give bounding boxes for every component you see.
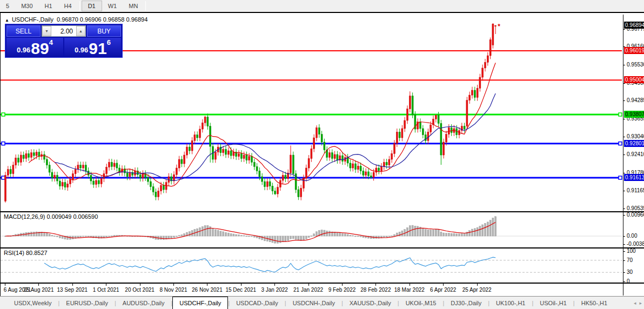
level-line-handle[interactable] bbox=[2, 176, 5, 179]
candle-body bbox=[321, 135, 323, 142]
timeframe-button-mn[interactable]: MN bbox=[123, 1, 144, 11]
macd-histogram-bar bbox=[305, 236, 307, 239]
macd-histogram-bar bbox=[168, 236, 170, 239]
volume-increase-button[interactable]: ▲ bbox=[76, 26, 85, 36]
level-line-handle[interactable] bbox=[619, 113, 622, 116]
tab-dj30-daily[interactable]: DJ30-,Daily bbox=[444, 297, 488, 309]
macd-histogram-bar bbox=[290, 236, 292, 239]
candle-body bbox=[394, 144, 395, 154]
rsi-indicator-pane[interactable]: RSI(14) 80.8527 bbox=[1, 248, 623, 283]
date-tick-mark bbox=[308, 284, 309, 286]
macd-axis-label: 0.00 bbox=[627, 233, 637, 239]
date-axis[interactable]: 6 Aug 202125 Aug 202113 Sep 20211 Oct 20… bbox=[1, 284, 623, 297]
volume-decrease-button[interactable]: ▼ bbox=[42, 26, 51, 36]
buy-price-base: 0.96 bbox=[75, 46, 88, 54]
candle-body bbox=[363, 171, 364, 175]
tab-hk50-h1[interactable]: HK50-,H1 bbox=[575, 297, 614, 309]
tab-eurusd-daily[interactable]: EURUSD-,Daily bbox=[59, 297, 115, 309]
candle-body bbox=[282, 175, 284, 180]
candle-body bbox=[181, 159, 183, 164]
price-axis[interactable]: 0.967750.961600.955300.949000.942850.936… bbox=[623, 15, 644, 295]
sell-price-display[interactable]: 0.96 89 4 bbox=[6, 38, 63, 57]
candle-body bbox=[23, 155, 24, 158]
price-axis-tick bbox=[623, 65, 625, 65]
timeframe-button-d1[interactable]: D1 bbox=[82, 1, 102, 11]
candle-body bbox=[261, 177, 263, 182]
rsi-chart[interactable] bbox=[1, 248, 623, 283]
candle-body bbox=[80, 165, 82, 168]
tab-ukoil-m15[interactable]: UKOil-,M15 bbox=[399, 297, 443, 309]
timeframe-button-m30[interactable]: M30 bbox=[15, 1, 38, 11]
candle-body bbox=[422, 129, 424, 135]
price-chart-pane[interactable]: ▲USDCHF-,Daily 0.96870 0.96906 0.96858 0… bbox=[1, 15, 623, 211]
collapse-panel-icon[interactable]: ▲ bbox=[5, 18, 9, 23]
buy-price-display[interactable]: 0.96 91 6 bbox=[64, 38, 121, 57]
candle-body bbox=[249, 157, 250, 160]
candle-body bbox=[20, 155, 22, 162]
candle-body bbox=[36, 152, 37, 156]
timeframe-button-w1[interactable]: W1 bbox=[102, 1, 123, 11]
sell-button[interactable]: SELL bbox=[6, 25, 41, 37]
timeframe-button-h4[interactable]: H4 bbox=[58, 1, 78, 11]
macd-histogram-bar bbox=[272, 236, 273, 243]
candle-body bbox=[230, 151, 232, 156]
macd-histogram-bar bbox=[171, 236, 172, 238]
candle-body bbox=[90, 175, 92, 181]
macd-indicator-pane[interactable]: MACD(12,26,9) 0.009049 0.006590 bbox=[1, 212, 623, 247]
tab-audusd-daily[interactable]: AUDUSD-,Daily bbox=[116, 297, 171, 309]
candle-body bbox=[62, 183, 63, 186]
level-line-handle[interactable] bbox=[2, 142, 5, 145]
level-line-handle[interactable] bbox=[619, 142, 622, 145]
candle-body bbox=[492, 24, 494, 45]
date-axis-label: 21 Jan 2022 bbox=[292, 287, 325, 293]
date-axis-label: 13 Sep 2021 bbox=[56, 287, 89, 293]
candle-body bbox=[386, 162, 387, 165]
level-line-handle[interactable] bbox=[619, 176, 622, 179]
date-tick-mark bbox=[207, 284, 207, 286]
candle-body bbox=[324, 142, 325, 150]
buy-button[interactable]: BUY bbox=[87, 25, 121, 37]
macd-histogram-bar bbox=[240, 236, 242, 236]
macd-histogram-bar bbox=[321, 230, 323, 236]
macd-histogram-bar bbox=[448, 233, 450, 236]
toolbar-separator bbox=[145, 1, 146, 11]
tab-usoil-h1[interactable]: USOil-,H1 bbox=[533, 297, 573, 309]
tab-usdx-weekly[interactable]: USDX,Weekly bbox=[8, 297, 58, 309]
candle-body bbox=[178, 159, 180, 168]
level-line-handle[interactable] bbox=[2, 113, 5, 116]
candle-body bbox=[5, 175, 6, 201]
candle-body bbox=[111, 162, 112, 166]
macd-histogram-bar bbox=[46, 233, 48, 236]
date-tick-mark bbox=[410, 284, 410, 286]
sell-price-pips: 89 bbox=[31, 41, 49, 56]
tab-scroll-left-icon[interactable]: ◂ bbox=[634, 300, 636, 306]
chart-window: ▲USDCHF-,Daily 0.96870 0.96906 0.96858 0… bbox=[0, 12, 644, 296]
macd-histogram-bar bbox=[204, 226, 206, 236]
macd-histogram-bar bbox=[474, 229, 475, 236]
rsi-axis-label: 30 bbox=[627, 269, 633, 275]
candle-body bbox=[160, 185, 162, 191]
date-axis-label: 28 Feb 2022 bbox=[359, 287, 392, 293]
macd-histogram-bar bbox=[451, 233, 452, 236]
macd-histogram-bar bbox=[464, 234, 465, 236]
candle-body bbox=[184, 155, 185, 164]
rsi-axis-label: 100 bbox=[627, 248, 636, 254]
buy-price-pips: 91 bbox=[89, 41, 106, 56]
candle-body bbox=[176, 168, 177, 174]
tab-usdcad-daily[interactable]: USDCAD-,Daily bbox=[230, 297, 285, 309]
candle-body bbox=[253, 162, 255, 166]
volume-value[interactable]: 2.00 bbox=[51, 26, 76, 36]
candle-body bbox=[420, 122, 421, 129]
tab-xauusd-daily[interactable]: XAUUSD-,Daily bbox=[343, 297, 398, 309]
tab-uk100-h1[interactable]: UK100-,H1 bbox=[489, 297, 532, 309]
macd-histogram-bar bbox=[199, 227, 201, 236]
tab-scroll-right-icon[interactable]: ▸ bbox=[639, 300, 642, 306]
timeframe-toolbar: 5M30H1H4D1W1MN bbox=[0, 0, 644, 12]
rsi-axis-tick bbox=[623, 251, 625, 252]
tab-usdcnh-daily[interactable]: USDCNH-,Daily bbox=[286, 297, 341, 309]
candle-body bbox=[67, 184, 69, 187]
tab-usdchf-daily[interactable]: USDCHF-,Daily bbox=[172, 297, 228, 309]
timeframe-button-5[interactable]: 5 bbox=[0, 1, 15, 11]
timeframe-button-h1[interactable]: H1 bbox=[39, 1, 58, 11]
macd-histogram-bar bbox=[116, 235, 118, 236]
